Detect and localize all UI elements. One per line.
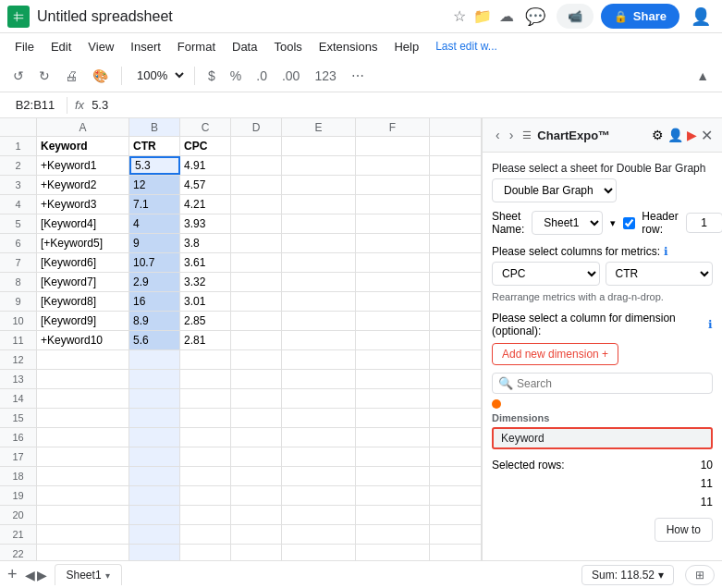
cell-a11[interactable]: +Keyword10 (37, 331, 129, 349)
cell-e11[interactable] (282, 331, 356, 349)
cell-c4[interactable]: 4.21 (180, 195, 231, 214)
cell-f1[interactable] (356, 137, 430, 155)
cell-d5[interactable] (231, 214, 282, 233)
col-header-c[interactable]: C (180, 118, 231, 136)
cell-b3[interactable]: 12 (129, 176, 180, 194)
youtube-icon[interactable]: ▶ (687, 128, 697, 142)
cell-d10[interactable] (231, 312, 282, 330)
cell-f4[interactable] (356, 195, 430, 214)
menu-file[interactable]: File (7, 37, 42, 56)
cell-a10[interactable]: [Keyword9] (37, 312, 129, 330)
cell-c9[interactable]: 3.01 (180, 292, 231, 311)
sheet-tab[interactable]: Sheet1 ▾ (55, 564, 122, 585)
currency-btn[interactable]: $ (202, 65, 221, 87)
cell-e1[interactable] (282, 137, 356, 155)
sum-display[interactable]: Sum: 118.52 ▾ (581, 565, 674, 585)
chart-type-select[interactable]: Double Bar Graph (492, 178, 617, 202)
cell-d2[interactable] (231, 156, 282, 175)
cell-e3[interactable] (282, 176, 356, 194)
cell-e6[interactable] (282, 234, 356, 252)
account-icon[interactable]: 👤 (687, 3, 715, 31)
cell-d4[interactable] (231, 195, 282, 214)
cell-a9[interactable]: [Keyword8] (37, 292, 129, 311)
cell-e7[interactable] (282, 253, 356, 272)
add-dimension-button[interactable]: Add new dimension + (492, 343, 618, 365)
scroll-left-btn[interactable]: ◀ (25, 568, 35, 582)
how-to-button[interactable]: How to (655, 518, 713, 542)
percent-btn[interactable]: % (225, 65, 247, 87)
decimal1-btn[interactable]: .0 (251, 65, 273, 87)
menu-tools[interactable]: Tools (266, 37, 309, 56)
cell-c11[interactable]: 2.81 (180, 331, 231, 349)
cell-b10[interactable]: 8.9 (129, 312, 180, 330)
col-header-f[interactable]: F (356, 118, 430, 136)
cell-e2[interactable] (282, 156, 356, 175)
menu-help[interactable]: Help (386, 37, 426, 56)
cell-b6[interactable]: 9 (129, 234, 180, 252)
cell-b8[interactable]: 2.9 (129, 273, 180, 291)
cell-c1[interactable]: CPC (180, 137, 231, 155)
undo-btn[interactable]: ↺ (7, 65, 30, 87)
cell-d1[interactable] (231, 137, 282, 155)
panel-forward-btn[interactable]: › (506, 126, 518, 144)
search-input[interactable] (517, 377, 706, 390)
more-formats-btn[interactable]: 123 (309, 65, 341, 87)
cell-a5[interactable]: [Keyword4] (37, 214, 129, 233)
explore-button[interactable]: ⊞ (685, 565, 715, 585)
cell-c8[interactable]: 3.32 (180, 273, 231, 291)
panel-back-btn[interactable]: ‹ (492, 126, 504, 144)
cell-a2[interactable]: +Keyword1 (37, 156, 129, 175)
header-row-checkbox[interactable] (623, 217, 635, 229)
cell-b7[interactable]: 10.7 (129, 253, 180, 272)
cell-b4[interactable]: 7.1 (129, 195, 180, 214)
cell-c7[interactable]: 3.61 (180, 253, 231, 272)
cell-c2[interactable]: 4.91 (180, 156, 231, 175)
cell-d3[interactable] (231, 176, 282, 194)
redo-btn[interactable]: ↻ (33, 65, 55, 87)
cell-e5[interactable] (282, 214, 356, 233)
cell-f7[interactable] (356, 253, 430, 272)
folder-icon[interactable]: 📁 (473, 7, 492, 25)
cell-a3[interactable]: +Keyword2 (37, 176, 129, 194)
menu-format[interactable]: Format (170, 37, 223, 56)
cell-f2[interactable] (356, 156, 430, 175)
cell-f8[interactable] (356, 273, 430, 291)
menu-insert[interactable]: Insert (123, 37, 168, 56)
person-icon[interactable]: 👤 (667, 128, 683, 142)
panel-menu-icon[interactable]: ☰ (522, 129, 532, 141)
cell-b11[interactable]: 5.6 (129, 331, 180, 349)
close-button[interactable]: ✕ (701, 127, 713, 144)
cell-f3[interactable] (356, 176, 430, 194)
cell-e8[interactable] (282, 273, 356, 291)
sheet-name-select[interactable]: Sheet1 (532, 211, 603, 235)
menu-data[interactable]: Data (225, 37, 264, 56)
share-button[interactable]: 🔒 Share (601, 4, 679, 29)
cell-b9[interactable]: 16 (129, 292, 180, 311)
menu-edit[interactable]: Edit (43, 37, 79, 56)
meet-button[interactable]: 📹 (557, 4, 594, 29)
cell-e9[interactable] (282, 292, 356, 311)
cell-f6[interactable] (356, 234, 430, 252)
cloud-icon[interactable]: ☁ (499, 7, 514, 25)
col-header-a[interactable]: A (37, 118, 129, 136)
cell-c3[interactable]: 4.57 (180, 176, 231, 194)
cell-d7[interactable] (231, 253, 282, 272)
info-icon[interactable]: ℹ (664, 245, 668, 258)
cell-b5[interactable]: 4 (129, 214, 180, 233)
cell-c6[interactable]: 3.8 (180, 234, 231, 252)
add-sheet-button[interactable]: + (7, 565, 18, 584)
menu-view[interactable]: View (80, 37, 121, 56)
zoom-select[interactable]: 100% (129, 66, 187, 85)
cell-a6[interactable]: [+Keyword5] (37, 234, 129, 252)
col-header-e[interactable]: E (282, 118, 356, 136)
star-icon[interactable]: ☆ (453, 7, 466, 25)
dimension-keyword-item[interactable]: Keyword (492, 427, 713, 449)
cell-c10[interactable]: 2.85 (180, 312, 231, 330)
cell-e10[interactable] (282, 312, 356, 330)
more-options-btn[interactable]: ⋯ (346, 65, 370, 87)
cell-a4[interactable]: +Keyword3 (37, 195, 129, 214)
menu-extensions[interactable]: Extensions (312, 37, 385, 56)
col-header-d[interactable]: D (231, 118, 282, 136)
collapse-btn[interactable]: ▲ (691, 65, 715, 87)
metric2-select[interactable]: CTR (606, 262, 714, 286)
